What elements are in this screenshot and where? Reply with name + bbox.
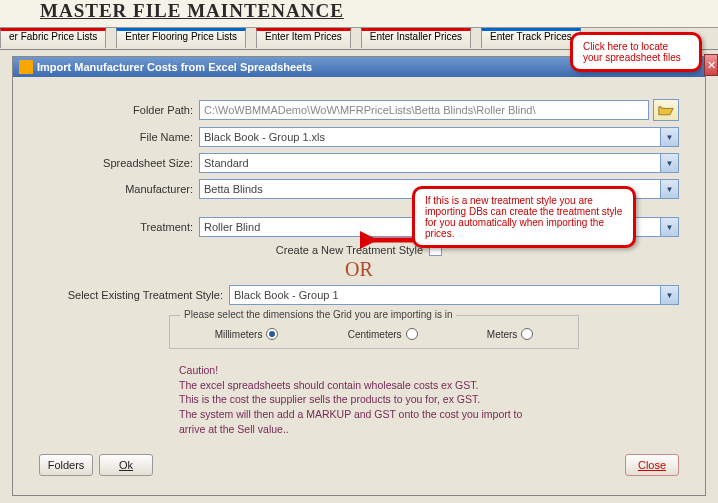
caution-line: This is the cost the supplier sells the … — [179, 392, 679, 407]
tab-track-prices[interactable]: Enter Track Prices — [481, 28, 581, 48]
label-file-name: File Name: — [39, 131, 199, 143]
select-file-name[interactable] — [199, 127, 661, 147]
dimensions-legend: Please select the dimensions the Grid yo… — [180, 309, 456, 320]
dialog-icon — [19, 60, 33, 74]
row-select-existing: Select Existing Treatment Style: ▼ — [39, 285, 679, 305]
app-title: MASTER FILE MAINTENANCE — [40, 0, 344, 21]
dialog-button-row: Folders Ok Close — [13, 454, 705, 476]
folder-open-icon — [658, 104, 674, 116]
tab-item-prices[interactable]: Enter Item Prices — [256, 28, 351, 48]
caution-text: Caution! The excel spreadsheets should c… — [179, 363, 679, 436]
caution-line: arrive at the Sell value.. — [179, 422, 679, 437]
radio-icon — [266, 328, 278, 340]
chevron-down-icon[interactable]: ▼ — [661, 179, 679, 199]
dialog-body: Folder Path: File Name: ▼ Spreadsheet Si… — [13, 77, 705, 454]
radio-meters[interactable]: Meters — [487, 328, 534, 340]
or-separator: OR — [39, 258, 679, 281]
browse-folder-button[interactable] — [653, 99, 679, 121]
label-spreadsheet-size: Spreadsheet Size: — [39, 157, 199, 169]
close-button[interactable]: Close — [625, 454, 679, 476]
caution-title: Caution! — [179, 363, 679, 378]
chevron-down-icon[interactable]: ▼ — [661, 127, 679, 147]
label-treatment: Treatment: — [39, 221, 199, 233]
dialog-title: Import Manufacturer Costs from Excel Spr… — [37, 61, 312, 73]
arrow-icon — [360, 228, 416, 252]
input-folder-path[interactable] — [199, 100, 649, 120]
label-folder-path: Folder Path: — [39, 104, 199, 116]
row-folder-path: Folder Path: — [39, 99, 679, 121]
import-dialog: Import Manufacturer Costs from Excel Spr… — [12, 56, 706, 496]
callout-browse: Click here to locate your spreadsheet fi… — [570, 32, 702, 72]
ok-button[interactable]: Ok — [99, 454, 153, 476]
tab-installer-prices[interactable]: Enter Installer Prices — [361, 28, 471, 48]
radio-centimeters[interactable]: Centimeters — [348, 328, 418, 340]
radio-millimeters[interactable]: Millimeters — [215, 328, 279, 340]
window-close-button[interactable]: ✕ — [704, 54, 718, 76]
row-file-name: File Name: ▼ — [39, 127, 679, 147]
select-existing-style[interactable] — [229, 285, 661, 305]
select-spreadsheet-size[interactable] — [199, 153, 661, 173]
label-select-existing: Select Existing Treatment Style: — [39, 289, 229, 301]
caution-line: The excel spreadsheets should contain wh… — [179, 378, 679, 393]
row-spreadsheet-size: Spreadsheet Size: ▼ — [39, 153, 679, 173]
tab-flooring-price[interactable]: Enter Flooring Price Lists — [116, 28, 246, 48]
radio-icon — [406, 328, 418, 340]
chevron-down-icon[interactable]: ▼ — [661, 285, 679, 305]
callout-create-style: If this is a new treatment style you are… — [412, 186, 636, 248]
caution-line: The system will then add a MARKUP and GS… — [179, 407, 679, 422]
folders-button[interactable]: Folders — [39, 454, 93, 476]
label-manufacturer: Manufacturer: — [39, 183, 199, 195]
radio-icon — [521, 328, 533, 340]
chevron-down-icon[interactable]: ▼ — [661, 153, 679, 173]
tab-fabric-price[interactable]: er Fabric Price Lists — [0, 28, 106, 48]
app-header: MASTER FILE MAINTENANCE — [0, 0, 718, 28]
dimensions-group: Please select the dimensions the Grid yo… — [169, 315, 579, 349]
chevron-down-icon[interactable]: ▼ — [661, 217, 679, 237]
